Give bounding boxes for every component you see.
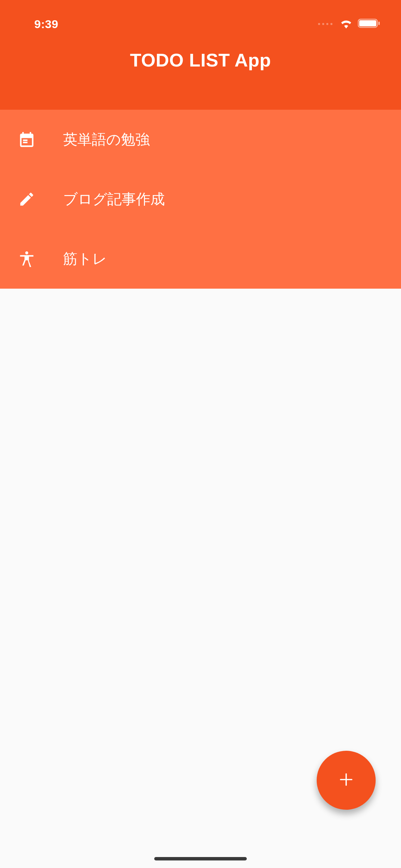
list-item[interactable]: 筋トレ — [0, 229, 401, 289]
list-item-label: ブログ記事作成 — [63, 190, 165, 209]
plus-icon — [337, 770, 356, 791]
list-item-label: 筋トレ — [63, 249, 107, 268]
list-item[interactable]: ブログ記事作成 — [0, 169, 401, 229]
calendar-event-icon — [17, 130, 36, 149]
svg-rect-1 — [359, 20, 376, 26]
page-title: TODO LIST App — [130, 49, 271, 71]
status-time: 9:39 — [34, 17, 58, 31]
battery-icon — [358, 18, 380, 30]
edit-pencil-icon — [17, 190, 36, 209]
todo-list: 英単語の勉強 ブログ記事作成 筋トレ — [0, 110, 401, 289]
add-button[interactable] — [317, 751, 376, 810]
list-item[interactable]: 英単語の勉強 — [0, 110, 401, 169]
cellular-icon — [318, 23, 332, 25]
status-icons — [318, 18, 380, 30]
status-bar: 9:39 — [0, 0, 401, 41]
home-indicator[interactable] — [154, 857, 247, 860]
svg-rect-2 — [378, 22, 380, 25]
svg-point-3 — [25, 251, 28, 254]
accessibility-icon — [17, 249, 36, 268]
list-item-label: 英単語の勉強 — [63, 130, 150, 149]
wifi-icon — [339, 18, 353, 30]
app-bar: TODO LIST App — [0, 41, 401, 110]
